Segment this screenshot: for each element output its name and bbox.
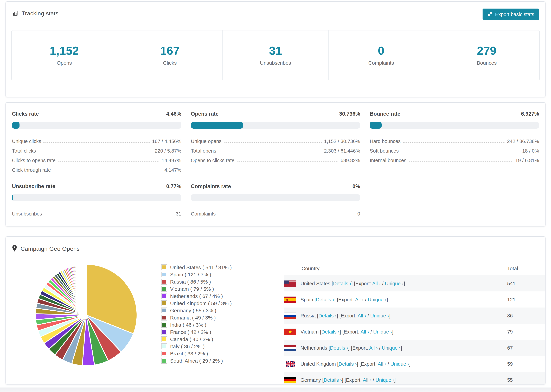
table-row-gb: United Kingdom [Details ›] [Export: All … (284, 356, 545, 372)
country-total: 55 (507, 377, 545, 383)
country-name: Germany (300, 377, 321, 383)
details-link[interactable]: Details › (339, 361, 357, 366)
country-total: 59 (507, 361, 545, 366)
page-bottom-edge (0, 388, 551, 392)
rate-detail-row: Unique opens1,152 / 30.736% (191, 135, 360, 145)
rate-title: Bounce rate (370, 111, 400, 117)
table-row-de: Germany [Details ›] [Export: All › / Uni… (284, 372, 545, 385)
stat-label: Opens (57, 60, 72, 66)
progress-bar (191, 194, 360, 201)
export-unique-link[interactable]: Unique › (390, 361, 409, 366)
export-unique-link[interactable]: Unique › (370, 313, 389, 318)
country-name: Spain (300, 297, 313, 302)
dashboard-page: Tracking stats Export basic stats 1,152O… (0, 1, 551, 392)
geo-header: Campaign Geo Opens (6, 237, 545, 261)
header-divider (6, 25, 545, 25)
export-unique-link[interactable]: Unique › (373, 329, 392, 334)
us-flag-icon (284, 280, 296, 287)
rate-title: Complaints rate (191, 183, 231, 189)
column-header-total: Total (507, 265, 545, 271)
country-cell: Netherlands [Details ›] [Export: All › /… (300, 345, 507, 350)
details-link[interactable]: Details › (316, 297, 334, 302)
gb-flag-icon (284, 361, 296, 367)
legend-item-italy: Italy ( 36 / 2% ) (161, 343, 232, 350)
legend-item-united-states: United States ( 541 / 31% ) (161, 264, 232, 271)
rate-detail-row: Unsubscribes31 (12, 208, 181, 217)
summary-stat-unsubscribes: 31Unsubscribes (223, 30, 328, 80)
details-link[interactable]: Details › (324, 377, 342, 383)
rate-section-clicks-rate: Clicks rate4.46%Unique clicks167 / 4.456… (12, 111, 181, 174)
details-link[interactable]: Details › (318, 313, 337, 318)
rate-detail-row: Internal bounces19 / 6.81% (370, 155, 539, 164)
geo-title: Campaign Geo Opens (21, 245, 80, 252)
dotted-leader (53, 171, 162, 171)
export-basic-stats-button[interactable]: Export basic stats (482, 8, 539, 20)
progress-fill (370, 122, 381, 129)
bar-chart-icon (12, 10, 18, 17)
legend-item-russia: Russia ( 86 / 5% ) (161, 278, 232, 285)
map-pin-icon (12, 245, 17, 253)
stat-value: 279 (477, 45, 496, 56)
details-link[interactable]: Details › (321, 329, 339, 334)
rate-detail-row: Total clicks220 / 5.87% (12, 145, 181, 155)
legend-swatch (161, 343, 167, 349)
legend-swatch (161, 308, 167, 313)
export-all-link[interactable]: All › (358, 313, 366, 318)
progress-bar (12, 194, 181, 201)
dotted-leader (401, 152, 520, 152)
legend-item-france: France ( 42 / 2% ) (161, 328, 232, 336)
summary-stats-strip: 1,152Opens167Clicks31Unsubscribes0Compla… (11, 30, 540, 80)
dotted-leader (44, 142, 150, 143)
country-total: 541 (507, 281, 545, 286)
stat-label: Clicks (163, 60, 177, 66)
de-flag-icon (284, 377, 296, 383)
dotted-leader (403, 142, 505, 143)
export-icon (487, 11, 492, 17)
dotted-leader (44, 215, 173, 215)
legend-label: Netherlands ( 67 / 4% ) (170, 293, 223, 299)
legend-item-india: India ( 46 / 3% ) (161, 321, 232, 328)
rate-detail-row: Total opens2,303 / 61.446% (191, 145, 360, 155)
details-link[interactable]: Details › (330, 345, 348, 350)
spain-emblem (286, 298, 288, 301)
progress-bar (370, 122, 539, 129)
tracking-stats-card: Tracking stats Export basic stats 1,152O… (6, 1, 545, 97)
legend-label: India ( 46 / 3% ) (170, 322, 206, 328)
nl-flag-icon (284, 345, 296, 351)
rate-value: 4.46% (166, 111, 181, 117)
vn-flag-icon: ★ (284, 329, 296, 335)
dotted-leader (219, 152, 322, 152)
legend-swatch (161, 300, 167, 306)
export-unique-link[interactable]: Unique › (375, 377, 394, 383)
stat-value: 167 (160, 45, 179, 56)
progress-fill (191, 122, 243, 129)
export-all-link[interactable]: All › (369, 345, 378, 350)
legend-item-united-kingdom: United Kingdom ( 59 / 3% ) (161, 300, 232, 307)
export-all-link[interactable]: All › (355, 297, 364, 302)
rate-value: 30.736% (339, 111, 360, 117)
geo-opens-pie-chart (33, 262, 140, 368)
export-unique-link[interactable]: Unique › (385, 281, 404, 286)
country-name: Russia (300, 313, 316, 318)
country-name: Netherlands (300, 345, 327, 350)
rate-detail-row: Click through rate4.147% (12, 164, 181, 174)
legend-swatch (161, 351, 167, 357)
country-name: Vietnam (300, 329, 319, 334)
rate-title: Unsubscribe rate (12, 183, 55, 189)
legend-item-vietnam: Vietnam ( 79 / 5% ) (161, 285, 232, 293)
country-cell: United Kingdom [Details ›] [Export: All … (300, 361, 507, 366)
dotted-leader (218, 215, 355, 215)
table-header-row: Country Total (284, 261, 545, 275)
rate-section-complaints-rate: Complaints rate0%Complaints0 (191, 183, 360, 217)
stat-label: Bounces (477, 60, 497, 66)
summary-stat-complaints: 0Complaints (329, 30, 434, 80)
export-all-link[interactable]: All › (372, 281, 381, 286)
export-all-link[interactable]: All › (363, 377, 371, 383)
export-unique-link[interactable]: Unique › (368, 297, 387, 302)
export-all-link[interactable]: All › (378, 361, 386, 366)
details-link[interactable]: Details › (333, 281, 351, 286)
export-unique-link[interactable]: Unique › (382, 345, 401, 350)
summary-stat-clicks: 167Clicks (117, 30, 223, 80)
country-name: United Kingdom (300, 361, 336, 366)
export-all-link[interactable]: All › (360, 329, 369, 334)
